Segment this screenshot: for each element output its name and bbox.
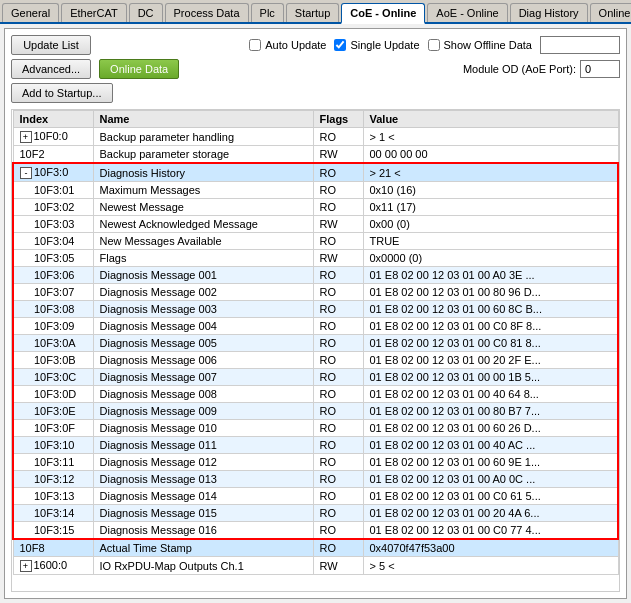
table-row[interactable]: 10F3:14Diagnosis Message 015RO01 E8 02 0… bbox=[13, 505, 618, 522]
tab-coe-online[interactable]: CoE - Online bbox=[341, 3, 425, 24]
cell-value: 01 E8 02 00 12 03 01 00 60 8C B... bbox=[363, 301, 618, 318]
cell-value: 01 E8 02 00 12 03 01 00 C0 61 5... bbox=[363, 488, 618, 505]
cell-value: 0x10 (16) bbox=[363, 182, 618, 199]
cell-name: New Messages Available bbox=[93, 233, 313, 250]
table-row[interactable]: 10F3:12Diagnosis Message 013RO01 E8 02 0… bbox=[13, 471, 618, 488]
tab-startup[interactable]: Startup bbox=[286, 3, 339, 22]
tab-process-data[interactable]: Process Data bbox=[165, 3, 249, 22]
cell-flags: RW bbox=[313, 557, 363, 575]
tab-aoe-online[interactable]: AoE - Online bbox=[427, 3, 507, 22]
cell-name: Diagnosis Message 013 bbox=[93, 471, 313, 488]
table-row[interactable]: 10F3:07Diagnosis Message 002RO01 E8 02 0… bbox=[13, 284, 618, 301]
cell-value: > 1 < bbox=[363, 128, 618, 146]
cell-name: IO RxPDU-Map Outputs Ch.1 bbox=[93, 557, 313, 575]
tab-general[interactable]: General bbox=[2, 3, 59, 22]
cell-flags: RW bbox=[313, 146, 363, 164]
table-row[interactable]: 10F3:06Diagnosis Message 001RO01 E8 02 0… bbox=[13, 267, 618, 284]
cell-flags: RO bbox=[313, 505, 363, 522]
update-list-button[interactable]: Update List bbox=[11, 35, 91, 55]
cell-name: Diagnosis Message 011 bbox=[93, 437, 313, 454]
auto-update-checkbox[interactable] bbox=[249, 39, 261, 51]
table-row[interactable]: 10F2Backup parameter storageRW00 00 00 0… bbox=[13, 146, 618, 164]
cell-index: 10F3:12 bbox=[13, 471, 93, 488]
cell-flags: RO bbox=[313, 522, 363, 540]
table-row[interactable]: 10F3:09Diagnosis Message 004RO01 E8 02 0… bbox=[13, 318, 618, 335]
table-row[interactable]: 10F3:02Newest MessageRO0x11 (17) bbox=[13, 199, 618, 216]
online-data-button[interactable]: Online Data bbox=[99, 59, 179, 79]
cell-value: 00 00 00 00 bbox=[363, 146, 618, 164]
cell-flags: RW bbox=[313, 250, 363, 267]
tab-diag-history[interactable]: Diag History bbox=[510, 3, 588, 22]
extra-input[interactable] bbox=[540, 36, 620, 54]
table-row[interactable]: -10F3:0Diagnosis HistoryRO> 21 < bbox=[13, 163, 618, 182]
cell-value: 01 E8 02 00 12 03 01 00 C0 8F 8... bbox=[363, 318, 618, 335]
single-update-label: Single Update bbox=[350, 39, 419, 51]
cell-flags: RO bbox=[313, 539, 363, 557]
expand-icon[interactable]: + bbox=[20, 131, 32, 143]
tab-online[interactable]: Online bbox=[590, 3, 631, 22]
expand-icon[interactable]: + bbox=[20, 560, 32, 572]
cell-index: 10F3:08 bbox=[13, 301, 93, 318]
cell-value: 0x0000 (0) bbox=[363, 250, 618, 267]
table-container[interactable]: Index Name Flags Value +10F0:0Backup par… bbox=[11, 109, 620, 592]
auto-update-label: Auto Update bbox=[265, 39, 326, 51]
tab-dc[interactable]: DC bbox=[129, 3, 163, 22]
cell-index: 10F3:04 bbox=[13, 233, 93, 250]
table-row[interactable]: 10F3:0ADiagnosis Message 005RO01 E8 02 0… bbox=[13, 335, 618, 352]
cell-name: Diagnosis Message 012 bbox=[93, 454, 313, 471]
cell-index: +10F0:0 bbox=[13, 128, 93, 146]
cell-index: 10F3:11 bbox=[13, 454, 93, 471]
table-row[interactable]: 10F3:0BDiagnosis Message 006RO01 E8 02 0… bbox=[13, 352, 618, 369]
single-update-checkbox[interactable] bbox=[334, 39, 346, 51]
table-row[interactable]: 10F3:11Diagnosis Message 012RO01 E8 02 0… bbox=[13, 454, 618, 471]
cell-index: 10F3:13 bbox=[13, 488, 93, 505]
cell-index: 10F3:0B bbox=[13, 352, 93, 369]
toolbar-row-2: Advanced... Online Data Module OD (AoE P… bbox=[11, 59, 620, 79]
table-row[interactable]: 10F3:04New Messages AvailableROTRUE bbox=[13, 233, 618, 250]
table-row[interactable]: 10F3:05FlagsRW0x0000 (0) bbox=[13, 250, 618, 267]
cell-flags: RO bbox=[313, 403, 363, 420]
table-row[interactable]: 10F3:13Diagnosis Message 014RO01 E8 02 0… bbox=[13, 488, 618, 505]
module-od-input[interactable] bbox=[580, 60, 620, 78]
expand-icon[interactable]: - bbox=[20, 167, 32, 179]
cell-value: 01 E8 02 00 12 03 01 00 A0 0C ... bbox=[363, 471, 618, 488]
cell-name: Flags bbox=[93, 250, 313, 267]
cell-value: 0x00 (0) bbox=[363, 216, 618, 233]
tab-ethercat[interactable]: EtherCAT bbox=[61, 3, 126, 22]
table-row[interactable]: 10F3:0FDiagnosis Message 010RO01 E8 02 0… bbox=[13, 420, 618, 437]
cell-name: Backup parameter storage bbox=[93, 146, 313, 164]
table-row[interactable]: 10F3:0EDiagnosis Message 009RO01 E8 02 0… bbox=[13, 403, 618, 420]
table-row[interactable]: 10F3:08Diagnosis Message 003RO01 E8 02 0… bbox=[13, 301, 618, 318]
table-row[interactable]: 10F3:15Diagnosis Message 016RO01 E8 02 0… bbox=[13, 522, 618, 540]
table-row[interactable]: 10F8Actual Time StampRO0x4070f47f53a00 bbox=[13, 539, 618, 557]
cell-name: Diagnosis Message 003 bbox=[93, 301, 313, 318]
module-od-group: Module OD (AoE Port): bbox=[463, 60, 620, 78]
table-row[interactable]: +1600:0IO RxPDU-Map Outputs Ch.1RW> 5 < bbox=[13, 557, 618, 575]
cell-value: 01 E8 02 00 12 03 01 00 20 2F E... bbox=[363, 352, 618, 369]
show-offline-checkbox[interactable] bbox=[428, 39, 440, 51]
cell-name: Diagnosis Message 002 bbox=[93, 284, 313, 301]
cell-index: 10F3:07 bbox=[13, 284, 93, 301]
tab-plc[interactable]: Plc bbox=[251, 3, 284, 22]
add-to-startup-button[interactable]: Add to Startup... bbox=[11, 83, 113, 103]
cell-flags: RO bbox=[313, 471, 363, 488]
cell-value: TRUE bbox=[363, 233, 618, 250]
show-offline-group: Show Offline Data bbox=[428, 39, 532, 51]
cell-value: 01 E8 02 00 12 03 01 00 80 96 D... bbox=[363, 284, 618, 301]
table-row[interactable]: 10F3:01Maximum MessagesRO0x10 (16) bbox=[13, 182, 618, 199]
cell-name: Diagnosis Message 014 bbox=[93, 488, 313, 505]
coe-table: Index Name Flags Value +10F0:0Backup par… bbox=[12, 110, 619, 575]
advanced-button[interactable]: Advanced... bbox=[11, 59, 91, 79]
cell-index: 10F3:0E bbox=[13, 403, 93, 420]
cell-index: +1600:0 bbox=[13, 557, 93, 575]
cell-flags: RO bbox=[313, 352, 363, 369]
cell-flags: RO bbox=[313, 182, 363, 199]
cell-name: Diagnosis Message 001 bbox=[93, 267, 313, 284]
table-row[interactable]: 10F3:0CDiagnosis Message 007RO01 E8 02 0… bbox=[13, 369, 618, 386]
table-row[interactable]: 10F3:0DDiagnosis Message 008RO01 E8 02 0… bbox=[13, 386, 618, 403]
cell-name: Diagnosis Message 010 bbox=[93, 420, 313, 437]
table-row[interactable]: 10F3:10Diagnosis Message 011RO01 E8 02 0… bbox=[13, 437, 618, 454]
table-row[interactable]: 10F3:03Newest Acknowledged MessageRW0x00… bbox=[13, 216, 618, 233]
table-row[interactable]: +10F0:0Backup parameter handlingRO> 1 < bbox=[13, 128, 618, 146]
toolbar-row-3: Add to Startup... bbox=[11, 83, 620, 103]
